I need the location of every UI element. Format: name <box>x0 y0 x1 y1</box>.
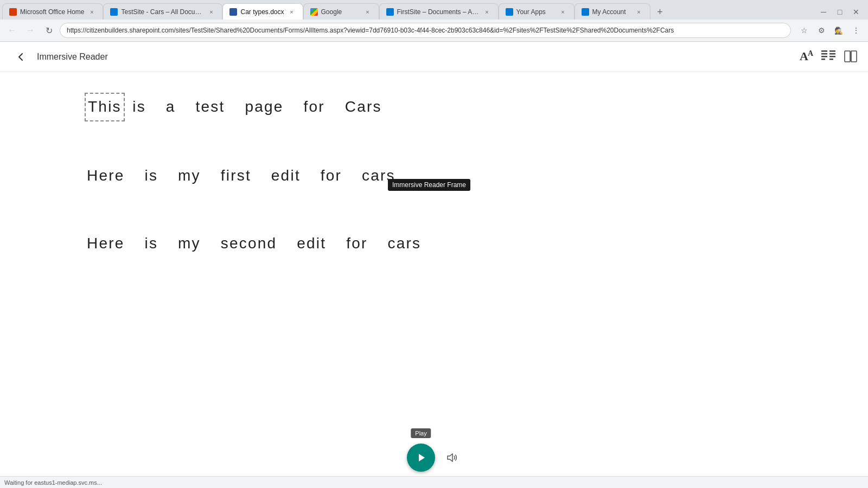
play-tooltip: Play <box>411 428 431 438</box>
reader-title: Immersive Reader <box>37 52 800 62</box>
tab-favicon-firstsite <box>386 8 394 16</box>
status-bar: Waiting for eastus1-mediap.svc.ms... <box>0 476 868 488</box>
play-button[interactable]: Play <box>407 444 435 472</box>
column-lines-button[interactable] <box>821 50 835 62</box>
volume-button[interactable] <box>444 449 461 466</box>
tab-close-testsite[interactable]: × <box>207 8 215 16</box>
book-button[interactable] <box>844 50 857 62</box>
svg-rect-6 <box>829 56 835 57</box>
highlighted-word-this[interactable]: This <box>85 93 125 121</box>
svg-marker-11 <box>419 454 425 461</box>
tab-favicon-google <box>310 8 318 16</box>
status-text: Waiting for eastus1-mediap.svc.ms... <box>4 479 102 486</box>
tab-close-cardocx[interactable]: × <box>288 8 296 16</box>
paragraph-3: Here is my second edit for cars <box>87 232 781 256</box>
address-text: https://citizenbuilders.sharepoint.com/s… <box>67 27 674 34</box>
svg-rect-5 <box>829 53 835 55</box>
tab-favicon-myaccount <box>582 8 589 16</box>
tab-label-yourapps: Your Apps <box>516 8 556 16</box>
reader-back-button[interactable] <box>11 47 30 67</box>
tab-yourapps[interactable]: Your Apps × <box>499 3 575 20</box>
maximize-button[interactable]: □ <box>832 4 847 20</box>
play-icon <box>414 451 427 464</box>
tab-close-office[interactable]: × <box>87 8 96 16</box>
tab-favicon-office <box>9 8 17 16</box>
forward-button[interactable]: → <box>23 23 38 38</box>
tab-bar: Microsoft Office Home × TestSite - Cars … <box>0 0 868 20</box>
extensions-button[interactable]: ⚙ <box>814 23 829 38</box>
browser-chrome: Microsoft Office Home × TestSite - Cars … <box>0 0 868 42</box>
paragraph-2: Here is my first edit for cars <box>87 164 395 188</box>
reader-content: This is a test page for Cars Here is my … <box>0 72 868 472</box>
book-icon <box>844 50 857 62</box>
minimize-button[interactable]: ─ <box>816 4 831 20</box>
address-bar[interactable]: https://citizenbuilders.sharepoint.com/s… <box>60 23 791 38</box>
paragraph-1: This is a test page for Cars <box>87 94 781 120</box>
back-button[interactable]: ← <box>4 23 20 38</box>
svg-rect-0 <box>821 50 827 52</box>
tab-label-office: Microsoft Office Home <box>20 8 84 16</box>
svg-rect-7 <box>829 59 833 60</box>
tab-label-myaccount: My Account <box>592 8 631 16</box>
browser-icons: ☆ ⚙ 🕵 ⋮ <box>796 23 864 38</box>
tab-label-firstsite: FirstSite – Documents – All Docu... <box>397 8 480 16</box>
column-lines-icon <box>821 50 835 62</box>
bookmark-button[interactable]: ☆ <box>796 23 812 38</box>
text-size-button[interactable]: AA <box>800 49 813 63</box>
reader-bottom-controls: Play <box>407 444 461 472</box>
tab-testsite[interactable]: TestSite - Cars – All Documents × <box>103 3 222 20</box>
tab-close-firstsite[interactable]: × <box>483 8 492 16</box>
svg-rect-8 <box>845 51 850 62</box>
address-bar-row: ← → ↻ https://citizenbuilders.sharepoint… <box>0 20 868 41</box>
new-tab-button[interactable]: + <box>653 4 668 20</box>
tab-google[interactable]: Google × <box>303 3 379 20</box>
text-size-icon: AA <box>800 49 813 63</box>
menu-button[interactable]: ⋮ <box>848 23 864 38</box>
svg-rect-1 <box>821 53 827 55</box>
reload-button[interactable]: ↻ <box>41 23 56 38</box>
tab-label-cardocx: Car types.docx <box>240 8 284 16</box>
svg-rect-4 <box>829 50 835 52</box>
tab-favicon-cardocx <box>229 8 237 16</box>
reader-toolbar-icons: AA <box>800 49 857 63</box>
tab-close-google[interactable]: × <box>363 8 372 16</box>
svg-rect-3 <box>821 59 825 60</box>
close-browser-button[interactable]: ✕ <box>848 4 864 20</box>
volume-icon <box>446 451 459 464</box>
tab-cardocx[interactable]: Car types.docx × <box>222 3 303 20</box>
incognito-button[interactable]: 🕵 <box>831 23 846 38</box>
tab-label-google: Google <box>321 8 360 16</box>
tab-favicon-yourapps <box>506 8 513 16</box>
tab-office[interactable]: Microsoft Office Home × <box>2 3 103 20</box>
tab-close-yourapps[interactable]: × <box>559 8 567 16</box>
svg-marker-12 <box>448 454 452 461</box>
immersive-reader-frame-tooltip: Immersive Reader Frame <box>388 179 470 191</box>
svg-rect-9 <box>851 51 857 62</box>
tab-myaccount[interactable]: My Account × <box>575 3 650 20</box>
reader-toolbar: Immersive Reader AA <box>0 42 868 72</box>
tab-firstsite[interactable]: FirstSite – Documents – All Docu... × <box>379 3 499 20</box>
tab-close-myaccount[interactable]: × <box>635 8 643 16</box>
svg-rect-2 <box>821 56 827 57</box>
tab-favicon-testsite <box>110 8 118 16</box>
tab-label-testsite: TestSite - Cars – All Documents <box>121 8 203 16</box>
